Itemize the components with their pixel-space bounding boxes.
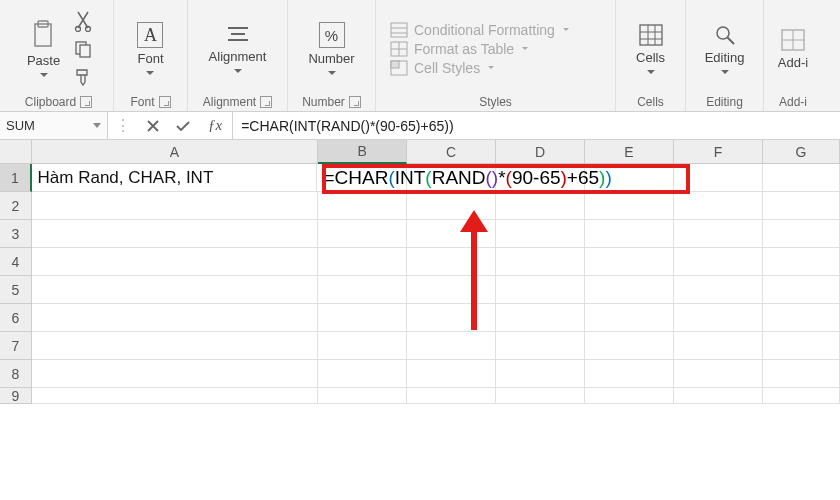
cell-E8[interactable] [585,360,674,388]
cell-F7[interactable] [674,332,763,360]
cell-D9[interactable] [496,388,585,404]
cell-A6[interactable] [32,304,318,332]
cell-C9[interactable] [407,388,496,404]
cell-B6[interactable] [318,304,407,332]
cell-B3[interactable] [318,220,407,248]
cell-A4[interactable] [32,248,318,276]
editing-button[interactable]: Editing [699,10,751,88]
cell-F3[interactable] [674,220,763,248]
cell-F4[interactable] [674,248,763,276]
col-header-F[interactable]: F [674,140,763,164]
dialog-launcher-icon[interactable] [349,96,361,108]
cell-A9[interactable] [32,388,318,404]
col-header-G[interactable]: G [763,140,840,164]
col-header-D[interactable]: D [496,140,585,164]
cell-A7[interactable] [32,332,318,360]
cell-styles-button[interactable]: Cell Styles [390,60,494,76]
col-header-C[interactable]: C [407,140,496,164]
cell-B1[interactable]: =CHAR(INT(RAND()*(90-65)+65)) [317,164,407,192]
cell-F9[interactable] [674,388,763,404]
col-header-B[interactable]: B [318,140,407,164]
dialog-launcher-icon[interactable] [80,96,92,108]
cancel-button[interactable] [138,112,168,139]
copy-button[interactable] [70,36,96,62]
cell-F2[interactable] [674,192,763,220]
cell-A3[interactable] [32,220,318,248]
cell-F6[interactable] [674,304,763,332]
cell-C6[interactable] [407,304,496,332]
cell-G3[interactable] [763,220,840,248]
cell-F8[interactable] [674,360,763,388]
cell-E3[interactable] [585,220,674,248]
name-box[interactable]: SUM [0,112,108,139]
col-header-A[interactable]: A [32,140,319,164]
cell-F1[interactable] [674,164,763,192]
number-button[interactable]: % Number [302,10,360,88]
cell-E6[interactable] [585,304,674,332]
cell-C7[interactable] [407,332,496,360]
row-header-8[interactable]: 8 [0,360,32,388]
cell-G7[interactable] [763,332,840,360]
formula-bar-input[interactable]: =CHAR(INT(RAND()*(90-65)+65)) [233,112,840,139]
cell-G5[interactable] [763,276,840,304]
cell-B4[interactable] [318,248,407,276]
select-all-corner[interactable] [0,140,32,164]
cell-E9[interactable] [585,388,674,404]
dialog-launcher-icon[interactable] [260,96,272,108]
row-header-4[interactable]: 4 [0,248,32,276]
cell-A8[interactable] [32,360,318,388]
dots-button[interactable]: ⋮ [108,112,138,139]
row-header-7[interactable]: 7 [0,332,32,360]
cell-G1[interactable] [763,164,840,192]
cell-C4[interactable] [407,248,496,276]
cell-F5[interactable] [674,276,763,304]
cell-B9[interactable] [318,388,407,404]
dialog-launcher-icon[interactable] [159,96,171,108]
cell-D6[interactable] [496,304,585,332]
cell-G6[interactable] [763,304,840,332]
conditional-formatting-button[interactable]: Conditional Formatting [390,22,569,38]
cell-E5[interactable] [585,276,674,304]
cell-E2[interactable] [585,192,674,220]
cut-button[interactable] [70,8,96,34]
cell-C5[interactable] [407,276,496,304]
font-button[interactable]: A Font [131,10,169,88]
cell-G4[interactable] [763,248,840,276]
cell-G2[interactable] [763,192,840,220]
col-header-E[interactable]: E [585,140,674,164]
row-header-6[interactable]: 6 [0,304,32,332]
cell-D8[interactable] [496,360,585,388]
cell-G9[interactable] [763,388,840,404]
paste-button[interactable]: Paste [21,10,66,88]
row-header-1[interactable]: 1 [0,164,32,192]
alignment-button[interactable]: Alignment [203,10,273,88]
cell-C8[interactable] [407,360,496,388]
cell-E7[interactable] [585,332,674,360]
row-header-2[interactable]: 2 [0,192,32,220]
cell-A5[interactable] [32,276,318,304]
cell-A2[interactable] [32,192,318,220]
format-as-table-button[interactable]: Format as Table [390,41,528,57]
cell-C2[interactable] [407,192,496,220]
row-header-9[interactable]: 9 [0,388,32,404]
row-header-3[interactable]: 3 [0,220,32,248]
format-painter-button[interactable] [70,64,96,90]
cell-B5[interactable] [318,276,407,304]
cell-D3[interactable] [496,220,585,248]
addins-button[interactable]: Add-i [772,10,814,88]
cell-D7[interactable] [496,332,585,360]
fx-label[interactable]: ƒx [198,117,232,134]
enter-button[interactable] [168,112,198,139]
cell-D4[interactable] [496,248,585,276]
cells-button[interactable]: Cells [630,10,671,88]
cell-D5[interactable] [496,276,585,304]
cell-B8[interactable] [318,360,407,388]
row-header-5[interactable]: 5 [0,276,32,304]
cell-B2[interactable] [318,192,407,220]
cell-E4[interactable] [585,248,674,276]
cell-G8[interactable] [763,360,840,388]
cell-C3[interactable] [407,220,496,248]
cell-A1[interactable]: Hàm Rand, CHAR, INT [32,164,318,192]
cell-B7[interactable] [318,332,407,360]
cell-D2[interactable] [496,192,585,220]
